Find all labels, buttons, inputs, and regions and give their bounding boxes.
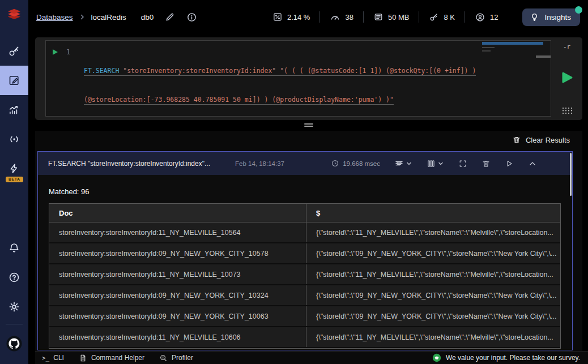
metric-cpu: 2.14 % — [263, 12, 319, 22]
sidebar-item-workbench[interactable] — [0, 66, 28, 95]
profiler-label: Profiler — [172, 354, 193, 362]
insights-button[interactable]: Insights — [522, 8, 580, 26]
chevron-down-icon — [406, 160, 412, 167]
results-area: Clear Results FT.SEARCH "storeInventory:… — [35, 131, 582, 351]
metric-memory-value: 50 MB — [388, 13, 410, 22]
value-cell: {\"storeId\":\"11_NY_MELVILLE\",\"storeN… — [306, 264, 560, 284]
breadcrumb-databases-link[interactable]: Databases — [36, 13, 73, 22]
value-cell: {\"storeId\":\"11_NY_MELVILLE\",\"storeN… — [306, 222, 560, 242]
rerun-query-button[interactable] — [505, 159, 514, 168]
result-timestamp: Feb 14, 18:14:37 — [235, 160, 284, 167]
sidebar-item-notifications[interactable] — [0, 233, 28, 263]
info-icon — [186, 12, 197, 23]
lightning-icon — [8, 162, 20, 175]
table-row[interactable]: storeInventory:storeInventoryId:11_NY_ME… — [49, 222, 560, 243]
result-card-header[interactable]: FT.SEARCH "storeInventory:storeInventory… — [38, 152, 572, 175]
sidebar-item-settings[interactable] — [0, 292, 28, 322]
editor-scrollbar[interactable] — [536, 55, 551, 58]
value-cell: {\"storeId\":\"09_NY_NEW_YORK_CITY\",\"s… — [306, 243, 560, 263]
code-keyword: FT.SEARCH — [84, 67, 119, 75]
cpu-icon — [272, 12, 283, 22]
profiler-button[interactable]: Profiler — [159, 354, 193, 362]
doc-cell: storeInventory:storeInventoryId:09_NY_NE… — [49, 285, 306, 305]
key-icon — [8, 45, 20, 57]
doc-cell: storeInventory:storeInventoryId:09_NY_NE… — [49, 243, 306, 263]
doc-cell: storeInventory:storeInventoryId:09_NY_NE… — [49, 306, 306, 326]
sidebar-item-github[interactable] — [0, 327, 28, 361]
clear-results-button[interactable]: Clear Results — [512, 135, 570, 144]
code-line-2: (@storeLocation:[-73.968285 40.785091 50… — [84, 95, 551, 105]
terminal-icon: >_ — [42, 354, 49, 362]
editor-side-controls: -r — [551, 37, 582, 120]
total-keys-icon — [429, 12, 439, 22]
chevron-up-icon — [528, 159, 537, 168]
collapse-result-button[interactable] — [528, 159, 537, 168]
column-header-doc[interactable]: Doc — [49, 204, 306, 222]
table-row[interactable]: storeInventory:storeInventoryId:09_NY_NE… — [49, 243, 560, 264]
table-row[interactable]: storeInventory:storeInventoryId:09_NY_NE… — [49, 285, 560, 306]
cli-label: CLI — [53, 354, 64, 362]
sidebar-nav: BETA — [0, 36, 28, 183]
column-header-value[interactable]: $ — [306, 204, 560, 222]
code-editor[interactable]: 1 FT.SEARCH "storeInventory:storeInvento… — [45, 40, 551, 117]
query-code: FT.SEARCH "storeInventory:storeInventory… — [84, 41, 551, 117]
breadcrumb-database-name: localRedis — [91, 13, 126, 22]
table-row[interactable]: storeInventory:storeInventoryId:09_NY_NE… — [49, 306, 560, 327]
editor-gutter: 1 — [46, 41, 83, 56]
view-mode-dropdown[interactable] — [394, 159, 412, 168]
columns-icon — [427, 159, 436, 168]
sidebar-item-pubsub[interactable] — [0, 125, 28, 154]
bottom-bar: >_ CLI Command Helper Profiler We value … — [35, 351, 588, 364]
breadcrumb-separator-icon — [79, 14, 86, 20]
document-icon — [79, 354, 87, 362]
edit-database-button[interactable] — [165, 12, 175, 22]
bell-icon — [8, 242, 20, 254]
panel-resize-handle[interactable] — [35, 122, 582, 129]
editor-minimap — [482, 42, 543, 52]
change-view-button[interactable] — [561, 106, 573, 115]
columns-dropdown[interactable] — [427, 159, 444, 168]
run-line-button[interactable] — [53, 49, 58, 55]
doc-cell: storeInventory:storeInventoryId:11_NY_ME… — [49, 327, 306, 347]
sidebar-item-browser[interactable] — [0, 36, 28, 66]
results-table: Doc $ storeInventory:storeInventoryId:11… — [49, 203, 561, 349]
trash-icon — [512, 135, 521, 144]
text-view-icon — [394, 159, 404, 168]
query-result-card: FT.SEARCH "storeInventory:storeInventory… — [37, 151, 573, 350]
survey-icon — [432, 353, 441, 362]
value-cell: {\"storeId\":\"09_NY_NEW_YORK_CITY\",\"s… — [306, 306, 560, 326]
execution-time: 19.668 msec — [331, 159, 380, 168]
cli-button[interactable]: >_ CLI — [42, 354, 64, 362]
survey-link[interactable]: We value your input. Please take our sur… — [432, 353, 580, 362]
github-icon — [6, 335, 23, 352]
trash-icon — [482, 159, 491, 168]
beta-badge: BETA — [6, 177, 23, 182]
value-cell: {\"storeId\":\"09_NY_NEW_YORK_CITY\",\"s… — [306, 285, 560, 305]
lightbulb-icon — [530, 12, 539, 22]
results-scrollbar[interactable] — [570, 153, 572, 196]
sidebar-item-help[interactable] — [0, 263, 28, 292]
metric-commands-value: 38 — [345, 13, 353, 22]
memory-icon — [373, 12, 384, 22]
delete-result-button[interactable] — [482, 159, 491, 168]
fullscreen-button[interactable] — [458, 159, 467, 168]
breadcrumb: Databases localRedis db0 — [36, 12, 197, 23]
play-outline-icon — [505, 159, 514, 168]
execution-time-value: 19.668 msec — [343, 160, 380, 167]
redis-logo[interactable] — [0, 0, 28, 28]
metric-keys-value: 8 K — [444, 13, 455, 22]
metric-commands-per-sec: 38 — [320, 12, 363, 23]
grid-dots-icon — [561, 106, 573, 115]
profiler-magnifier-icon — [159, 354, 168, 362]
stats-icon — [8, 104, 20, 116]
command-helper-button[interactable]: Command Helper — [79, 354, 144, 362]
sidebar-item-analysis[interactable] — [0, 95, 28, 125]
survey-label: We value your input. Please take our sur… — [446, 354, 580, 362]
sidebar-item-triggers-functions[interactable]: BETA — [0, 154, 28, 183]
table-row[interactable]: storeInventory:storeInventoryId:11_NY_ME… — [49, 327, 560, 348]
metric-memory: 50 MB — [364, 12, 419, 22]
database-info-button[interactable] — [186, 12, 197, 23]
run-query-button[interactable] — [561, 71, 573, 84]
metric-cpu-value: 2.14 % — [287, 13, 310, 22]
table-row[interactable]: storeInventory:storeInventoryId:11_NY_ME… — [49, 264, 560, 285]
